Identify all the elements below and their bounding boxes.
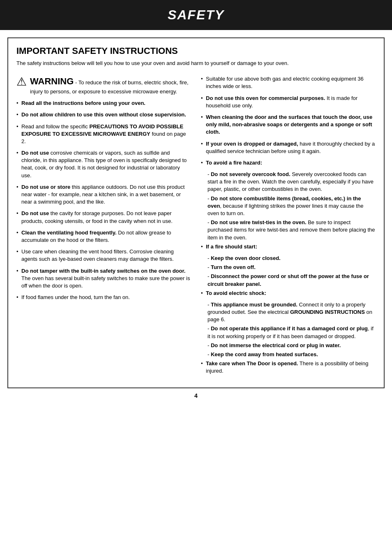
right-bullet-shock-header: To avoid electric shock: [201,290,376,297]
section-title: IMPORTANT SAFETY INSTRUCTIONS [16,46,376,56]
warning-block: ⚠ WARNING - To reduce the risk of burns,… [16,75,191,95]
left-bullet-4: Do not use corrosive chemicals or vapors… [16,149,191,179]
left-bullet-3: Read and follow the specific PRECAUTIONS… [16,123,191,146]
right-shock-sub-1: - This appliance must be grounded. Conne… [201,301,376,324]
right-fire-start-sub-1: - Keep the oven door closed. [201,255,376,262]
intro-text: The safety instructions below will tell … [16,60,376,67]
content-box: IMPORTANT SAFETY INSTRUCTIONS The safety… [7,37,385,388]
right-bullet-fire-start-header: If a fire should start: [201,243,376,250]
right-fire-start-sub-3: - Disconnect the power cord or shut off … [201,273,376,288]
right-bullet-door: Take care when The Door is opened. There… [201,360,376,375]
right-shock-sub-2: - Do not operate this appliance if it ha… [201,325,376,340]
warning-label: WARNING [30,76,74,86]
page-number: 4 [0,392,392,399]
right-bullet-2: Do not use this oven for commercial purp… [201,95,376,109]
left-bullet-2: Do not allow children to use this oven w… [16,111,191,118]
right-column: Suitable for use above both gas and elec… [201,75,376,379]
page-header: SAFETY [0,0,392,30]
left-bullet-8: Use care when cleaning the vent hood fil… [16,248,191,263]
left-bullet-7: Clean the ventilating hood frequently. D… [16,229,191,244]
right-bullet-3: When cleaning the door and the surfaces … [201,114,376,136]
right-bullet-fire-header: To avoid a fire hazard: [201,159,376,167]
warning-dash: - [74,79,78,86]
left-bullet-1: Read all the instructions before using y… [16,100,191,107]
warning-icon: ⚠ [16,76,27,88]
left-bullet-10: If food flames under the hood, turn the … [16,294,191,301]
right-fire-sub-3: - Do not use wire twist-ties in the oven… [201,219,376,241]
left-bullet-6: Do not use the cavity for storage purpos… [16,210,191,225]
right-fire-start-sub-2: - Turn the oven off. [201,264,376,271]
right-shock-sub-3: - Do not immerse the electrical cord or … [201,342,376,349]
right-fire-sub-2: - Do not store combustible items (bread,… [201,195,376,218]
page-title: SAFETY [0,7,392,23]
right-shock-sub-4: - Keep the cord away from heated surface… [201,351,376,358]
left-bullet-5: Do not use or store this appliance outdo… [16,183,191,206]
right-fire-sub-1: - Do not severely overcook food. Severel… [201,171,376,193]
right-bullet-4: If your oven is dropped or damaged, have… [201,140,376,155]
left-bullet-9: Do not tamper with the built-in safety s… [16,267,191,290]
right-bullet-1: Suitable for use above both gas and elec… [201,75,376,90]
warning-text: WARNING - To reduce the risk of burns, e… [30,75,191,95]
left-column: ⚠ WARNING - To reduce the risk of burns,… [16,75,191,379]
